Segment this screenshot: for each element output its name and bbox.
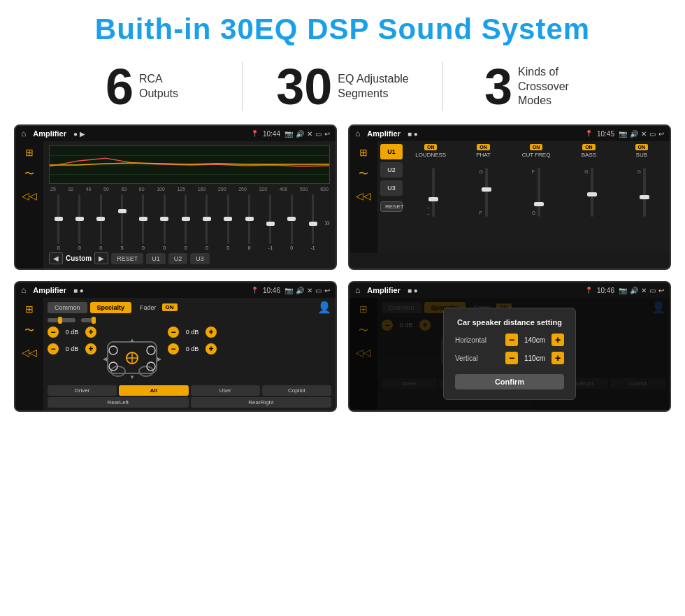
sub-slider[interactable] (643, 168, 646, 217)
eq-icon-2[interactable]: ⊞ (359, 147, 368, 158)
close-icon-3[interactable]: ✕ (307, 287, 312, 294)
eq-slider-col-10: 0 (240, 194, 259, 250)
fader-tabs: Common Specialty Fader ON 👤 (48, 301, 331, 314)
slider-track-6[interactable] (164, 194, 166, 244)
slider-track-2[interactable] (78, 194, 80, 244)
screen-dialog: ⌂ Amplifier ■ ● 📍 10:46 📷 🔊 ✕ ▭ ↩ ⊞ 〜 ◁◁ (348, 281, 671, 412)
slider-track-5[interactable] (142, 194, 144, 244)
rearright-button-3[interactable]: RearRight (191, 397, 332, 408)
dialog-vertical-row: Vertical − 110cm + (455, 352, 564, 364)
close-icon-2[interactable]: ✕ (641, 130, 647, 138)
slider-track-11[interactable] (269, 194, 271, 244)
db-minus-tr[interactable]: − (168, 327, 179, 338)
db-plus-bl[interactable]: + (85, 343, 96, 354)
speaker-icon-2[interactable]: ◁◁ (356, 190, 371, 201)
confirm-button[interactable]: Confirm (455, 374, 564, 389)
db-minus-br[interactable]: − (168, 343, 179, 354)
slider-track-1[interactable] (57, 194, 59, 244)
next-button[interactable]: ▶ (94, 252, 108, 264)
window-icon-1[interactable]: ▭ (315, 130, 322, 138)
horizontal-minus[interactable]: − (505, 334, 518, 346)
bass-slider[interactable] (591, 168, 593, 217)
cutfreq-on-badge[interactable]: ON (530, 144, 543, 150)
db-plus-br[interactable]: + (206, 343, 217, 354)
home-icon-4[interactable]: ⌂ (355, 285, 360, 295)
u2-preset[interactable]: U2 (380, 162, 403, 178)
all-button-3[interactable]: All (119, 385, 188, 396)
status-icons-1: 📷 🔊 ✕ ▭ ↩ (284, 130, 330, 138)
vertical-minus[interactable]: − (505, 352, 518, 364)
slider-track-13[interactable] (312, 194, 314, 244)
horizontal-plus[interactable]: + (551, 334, 564, 346)
u3-preset[interactable]: U3 (380, 180, 403, 196)
copilot-button-3[interactable]: Copilot (262, 385, 331, 396)
bass-on-badge[interactable]: ON (582, 144, 596, 150)
phat-on-badge[interactable]: ON (477, 144, 490, 150)
db-minus-tl[interactable]: − (48, 327, 59, 338)
db-plus-tl[interactable]: + (85, 327, 96, 338)
u3-button-1[interactable]: U3 (190, 253, 210, 264)
driver-button-3[interactable]: Driver (48, 385, 117, 396)
back-icon-3[interactable]: ↩ (324, 287, 330, 294)
slider-track-8[interactable] (206, 194, 208, 244)
slider-track-10[interactable] (248, 194, 250, 244)
slider-track-12[interactable] (291, 194, 293, 244)
u1-preset[interactable]: U1 (380, 144, 403, 159)
db-value-tr: 0 dB (182, 329, 203, 336)
fader-slider-bar-2[interactable] (81, 318, 95, 322)
eq-slider-col-8: 0 (197, 194, 216, 250)
fader-slider-bar-1[interactable] (48, 318, 75, 322)
home-icon-2[interactable]: ⌂ (355, 129, 360, 138)
rearleft-button-3[interactable]: RearLeft (48, 397, 189, 408)
eq-icon-3[interactable]: ⊞ (25, 303, 34, 315)
location-icon-3: 📍 (251, 287, 259, 294)
slider-track-3[interactable] (100, 194, 102, 244)
slider-track-7[interactable] (185, 194, 187, 244)
home-icon-1[interactable]: ⌂ (21, 129, 26, 138)
window-icon-3[interactable]: ▭ (315, 287, 322, 294)
loudness-on-badge[interactable]: ON (424, 144, 438, 150)
car-svg-area: ▲ ▼ ◀ ▶ (101, 328, 164, 380)
eq-icon-1[interactable]: ⊞ (25, 147, 34, 158)
slider-track-4[interactable] (121, 194, 123, 244)
wave-icon-2[interactable]: 〜 (359, 168, 368, 180)
sub-on-badge[interactable]: ON (635, 144, 649, 150)
wave-icon-3[interactable]: 〜 (24, 324, 34, 337)
bass-label: BASS (582, 152, 596, 158)
sidebar-1: ⊞ 〜 ◁◁ (15, 141, 43, 268)
close-icon-1[interactable]: ✕ (307, 130, 312, 138)
tab-specialty-3[interactable]: Specialty (90, 302, 132, 313)
user-button-3[interactable]: User (191, 385, 260, 396)
back-icon-4[interactable]: ↩ (658, 287, 664, 294)
vertical-plus[interactable]: + (551, 352, 564, 364)
slider-track-9[interactable] (227, 194, 229, 244)
cutfreq-slider[interactable] (538, 168, 540, 217)
tab-common-3[interactable]: Common (48, 302, 87, 313)
prev-button[interactable]: ◀ (49, 252, 63, 264)
u1-button-1[interactable]: U1 (146, 253, 166, 264)
back-icon-1[interactable]: ↩ (324, 130, 330, 138)
more-icon[interactable]: » (324, 217, 330, 228)
speaker-icon-3[interactable]: ◁◁ (22, 347, 37, 358)
back-icon-2[interactable]: ↩ (658, 130, 664, 138)
reset-button-2[interactable]: RESET (380, 201, 403, 212)
stat-eq: 30 EQ AdjustableSegments (243, 62, 442, 112)
window-icon-4[interactable]: ▭ (649, 287, 656, 294)
loudness-slider[interactable] (432, 168, 435, 217)
home-icon-3[interactable]: ⌂ (21, 285, 26, 295)
u2-button-1[interactable]: U2 (168, 253, 188, 264)
eq-slider-col-13: -1 (303, 194, 322, 250)
fader-on-badge[interactable]: ON (162, 303, 178, 311)
db-plus-tr[interactable]: + (206, 327, 217, 338)
eq-slider-col-7: 0 (176, 194, 195, 250)
close-icon-4[interactable]: ✕ (641, 287, 647, 294)
speaker-icon-1[interactable]: ◁◁ (22, 190, 37, 201)
db-minus-bl[interactable]: − (48, 343, 59, 354)
screen-content-4: ⊞ 〜 ◁◁ Common Specialty Fader ON 👤 (349, 298, 670, 410)
wave-icon-1[interactable]: 〜 (24, 168, 34, 180)
phat-slider[interactable] (485, 168, 488, 217)
window-icon-2[interactable]: ▭ (649, 130, 656, 138)
left-db-controls: − 0 dB + − 0 dB + (48, 325, 96, 356)
reset-button-1[interactable]: RESET (111, 253, 143, 264)
screen-fader: ⌂ Amplifier ■ ● 📍 10:46 📷 🔊 ✕ ▭ ↩ ⊞ 〜 ◁◁ (14, 281, 337, 412)
